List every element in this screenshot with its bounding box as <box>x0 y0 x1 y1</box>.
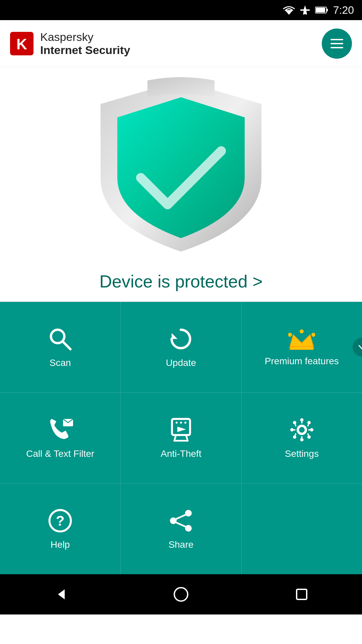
svg-text:K: K <box>16 36 27 52</box>
svg-rect-41 <box>297 589 307 599</box>
svg-text:?: ? <box>56 513 65 529</box>
app-name-top: Kaspersky <box>40 31 130 44</box>
recents-button[interactable] <box>288 581 315 608</box>
app-name-bottom: Internet Security <box>40 44 130 57</box>
svg-rect-10 <box>290 346 313 350</box>
svg-marker-0 <box>285 10 293 15</box>
grid-row-1: Scan Update Premium features <box>0 302 362 393</box>
menu-line-2 <box>330 43 343 44</box>
shield-section <box>0 67 362 262</box>
svg-point-12 <box>300 329 304 333</box>
crown-icon <box>288 328 315 350</box>
status-section[interactable]: Device is protected > <box>0 262 362 302</box>
help-button[interactable]: ? Help <box>0 484 121 574</box>
svg-point-40 <box>174 588 188 601</box>
status-icons: 7:20 <box>283 4 354 16</box>
premium-label: Premium features <box>265 356 339 367</box>
svg-point-24 <box>300 418 303 422</box>
svg-point-35 <box>185 525 192 532</box>
update-icon <box>168 326 193 352</box>
svg-point-34 <box>185 510 192 517</box>
kaspersky-logo-icon: K <box>10 32 34 55</box>
menu-button[interactable] <box>322 29 352 59</box>
share-icon <box>168 508 193 533</box>
app-name: Kaspersky Internet Security <box>40 31 130 57</box>
wifi-icon <box>283 5 295 15</box>
gear-icon <box>289 417 314 442</box>
svg-point-11 <box>288 333 292 337</box>
svg-point-30 <box>307 421 311 424</box>
grid-section: Scan Update Premium features <box>0 302 362 574</box>
svg-point-27 <box>310 428 313 431</box>
anti-theft-label: Anti-Theft <box>161 448 201 459</box>
anti-theft-button[interactable]: Anti-Theft <box>121 393 241 483</box>
bottom-nav <box>0 574 362 614</box>
menu-line-1 <box>330 39 343 40</box>
svg-point-17 <box>180 422 182 424</box>
svg-marker-8 <box>172 333 178 339</box>
svg-point-13 <box>311 333 315 337</box>
call-text-filter-button[interactable]: Call & Text Filter <box>0 393 121 483</box>
battery-icon <box>315 6 328 14</box>
svg-line-37 <box>176 515 185 519</box>
settings-label: Settings <box>285 448 319 459</box>
grid-row-2: Call & Text Filter Anti-Theft <box>0 393 362 484</box>
call-text-filter-label: Call & Text Filter <box>26 448 94 459</box>
settings-button[interactable]: Settings <box>242 393 362 483</box>
svg-rect-15 <box>172 419 190 435</box>
svg-marker-19 <box>177 427 186 432</box>
scan-button[interactable]: Scan <box>0 302 121 392</box>
svg-marker-9 <box>290 335 313 346</box>
svg-point-25 <box>300 438 303 441</box>
share-button[interactable]: Share <box>121 484 241 574</box>
chevron-down-icon <box>357 342 362 352</box>
status-time: 7:20 <box>333 4 354 16</box>
svg-point-16 <box>176 422 178 424</box>
app-logo: K Kaspersky Internet Security <box>10 31 130 57</box>
update-button[interactable]: Update <box>121 302 241 392</box>
back-icon <box>52 586 69 603</box>
home-button[interactable] <box>168 581 194 608</box>
expand-button[interactable] <box>353 338 362 357</box>
svg-rect-3 <box>316 8 325 12</box>
premium-features-button[interactable]: Premium features <box>242 302 362 392</box>
home-icon <box>173 586 189 603</box>
recents-icon <box>293 586 310 603</box>
anti-theft-icon <box>169 417 193 442</box>
airplane-icon <box>300 5 310 15</box>
share-label: Share <box>169 539 194 550</box>
shield-image <box>80 70 282 258</box>
shield-svg <box>80 70 282 258</box>
menu-line-3 <box>330 47 343 48</box>
update-label: Update <box>166 358 196 368</box>
empty-cell <box>242 484 362 574</box>
svg-marker-39 <box>58 589 65 599</box>
search-icon <box>48 326 73 352</box>
grid-row-3: ? Help Share <box>0 484 362 574</box>
status-bar: 7:20 <box>0 0 362 20</box>
svg-point-28 <box>293 421 296 424</box>
svg-rect-2 <box>326 9 328 11</box>
header: K Kaspersky Internet Security <box>0 20 362 67</box>
svg-point-23 <box>298 426 306 434</box>
svg-line-7 <box>63 342 70 349</box>
help-label: Help <box>51 539 70 550</box>
svg-point-18 <box>184 422 186 424</box>
svg-point-26 <box>290 428 294 431</box>
scan-label: Scan <box>50 358 71 368</box>
phone-message-icon <box>47 417 74 442</box>
back-button[interactable] <box>47 581 74 608</box>
device-status-text[interactable]: Device is protected > <box>99 271 262 291</box>
help-icon: ? <box>48 508 73 533</box>
svg-line-38 <box>176 523 185 527</box>
svg-point-31 <box>293 435 296 439</box>
svg-point-29 <box>307 435 311 439</box>
